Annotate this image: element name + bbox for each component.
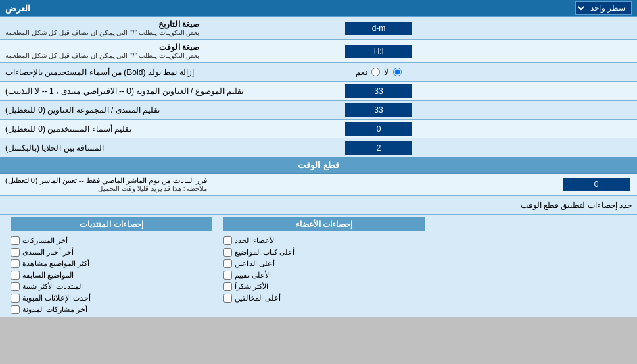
label-latest-classifieds: أحدث الإعلانات المبوبة <box>22 294 91 303</box>
checkbox-prev-topics[interactable] <box>11 271 20 280</box>
label-most-viewed: أكثر المواضيع مشاهدة <box>22 259 89 268</box>
label-prev-topics: المواضيع السابقة <box>22 271 74 280</box>
checkbox-item-1-3: الأعلى تقييم <box>223 271 425 280</box>
checkbox-item-0-0: أخر المشاركات <box>11 236 212 245</box>
forum-title-trim-input[interactable] <box>345 103 412 117</box>
checkbox-latest-news[interactable] <box>11 248 20 257</box>
username-trim-input[interactable] <box>345 122 412 136</box>
checkbox-top-violators[interactable] <box>223 294 232 303</box>
label-most-thanked: الأكثر شكراً <box>235 282 268 291</box>
cut-time-row: فرز البيانات من يوم الماشر الماضي فقط --… <box>0 174 637 196</box>
checkbox-new-members[interactable] <box>223 236 232 245</box>
bold-radio-yes[interactable] <box>371 68 380 76</box>
bold-radio-no[interactable] <box>393 68 402 76</box>
topic-title-trim-input[interactable] <box>345 84 412 98</box>
label-new-members: الأعضاء الجدد <box>235 236 276 245</box>
display-style-select[interactable]: سطر واحدسطرينثلاثة أسطر <box>575 1 632 15</box>
forum-title-trim-row: تقليم المنتدى / المجموعة العناوين (0 للت… <box>0 101 637 120</box>
date-format-row: صيغة التاريخ بعض التكوينات يتطلب "/" الت… <box>0 17 637 40</box>
checkbox-item-0-5: أحدث الإعلانات المبوبة <box>11 294 212 303</box>
time-format-label: صيغة الوقت بعض التكوينات يتطلب "/" التي … <box>0 40 338 62</box>
define-stats-label: حدد إحصاءات لتطبيق قطع الوقت <box>5 201 632 210</box>
cut-time-section-header: قطع الوقت <box>0 157 637 174</box>
label-top-violators: أعلى المخالفين <box>235 294 281 303</box>
bold-radio-group: لا نعم <box>353 66 404 78</box>
label-latest-news: أخر أخبار المنتدى <box>22 248 74 257</box>
member-stats-header: إحصاءات الأعضاء <box>223 217 425 231</box>
topic-title-trim-row: تقليم الموضوع / العناوين المدونة (0 -- ا… <box>0 82 637 101</box>
cut-time-input-cell <box>556 174 637 195</box>
time-format-row: صيغة الوقت بعض التكوينات يتطلب "/" التي … <box>0 40 637 63</box>
checkbox-item-0-2: أكثر المواضيع مشاهدة <box>11 259 212 268</box>
forum-title-trim-input-cell <box>338 101 419 119</box>
label-most-popular-forums: المنتديات الأكثر شيبة <box>22 282 83 291</box>
checkbox-most-popular-forums[interactable] <box>11 282 20 291</box>
checkbox-item-1-1: أعلى كتاب المواضيع <box>223 248 425 257</box>
username-trim-label: تقليم أسماء المستخدمين (0 للتعطيل) <box>0 120 338 138</box>
bold-remove-input-cell: لا نعم <box>338 63 419 81</box>
define-stats-spacer <box>430 217 632 314</box>
cell-spacing-row: المسافة بين الخلايا (بالبكسل) <box>0 138 637 157</box>
bold-radio-yes-label: نعم <box>356 68 367 77</box>
label-top-rated: الأعلى تقييم <box>235 271 271 280</box>
cut-time-label: فرز البيانات من يوم الماشر الماضي فقط --… <box>0 174 556 195</box>
checkbox-item-1-4: الأكثر شكراً <box>223 282 425 291</box>
bold-remove-row: إزالة نمط بولد (Bold) من أسماء المستخدمي… <box>0 63 637 82</box>
username-trim-input-cell <box>338 120 419 138</box>
checkbox-item-0-1: أخر أخبار المنتدى <box>11 248 212 257</box>
label-latest-blog-posts: أخر مشاركات المدونة <box>22 305 87 314</box>
time-format-input[interactable] <box>345 45 412 58</box>
main-container: العرض سطر واحدسطرينثلاثة أسطر صيغة التار… <box>0 0 637 317</box>
topic-title-trim-label: تقليم الموضوع / العناوين المدونة (0 -- ا… <box>0 82 338 100</box>
define-stats-row: حدد إحصاءات لتطبيق قطع الوقت <box>0 196 637 215</box>
checkbox-item-1-0: الأعضاء الجدد <box>223 236 425 245</box>
label-top-topic-writers: أعلى كتاب المواضيع <box>235 248 295 257</box>
date-format-input-cell <box>338 17 419 39</box>
checkbox-item-0-6: أخر مشاركات المدونة <box>11 305 212 314</box>
label-latest-posts: أخر المشاركات <box>22 236 68 245</box>
checkbox-item-0-4: المنتديات الأكثر شيبة <box>11 282 212 291</box>
cell-spacing-input[interactable] <box>345 141 412 155</box>
cell-spacing-label: المسافة بين الخلايا (بالبكسل) <box>0 138 338 157</box>
date-format-label: صيغة التاريخ بعض التكوينات يتطلب "/" الت… <box>0 17 338 39</box>
checkbox-top-rated[interactable] <box>223 271 232 280</box>
header-row: العرض سطر واحدسطرينثلاثة أسطر <box>0 0 637 17</box>
checkbox-item-1-2: أعلى الداعين <box>223 259 425 268</box>
checkbox-latest-blog-posts[interactable] <box>11 305 20 314</box>
date-format-input[interactable] <box>345 22 412 35</box>
bold-radio-no-label: لا <box>384 68 389 77</box>
bold-remove-label: إزالة نمط بولد (Bold) من أسماء المستخدمي… <box>0 63 338 81</box>
cut-time-input[interactable] <box>563 178 630 191</box>
time-format-input-cell <box>338 40 419 62</box>
forum-stats-header: إحصاءات المنتديات <box>11 217 212 231</box>
member-stats-col: إحصاءات الأعضاء الأعضاء الجدد أعلى كتاب … <box>218 217 430 314</box>
checkbox-top-inviters[interactable] <box>223 259 232 268</box>
forum-stats-col: إحصاءات المنتديات أخر المشاركات أخر أخبا… <box>5 217 218 314</box>
checkbox-latest-classifieds[interactable] <box>11 294 20 303</box>
forum-title-trim-label: تقليم المنتدى / المجموعة العناوين (0 للت… <box>0 101 338 119</box>
checkbox-item-1-5: أعلى المخالفين <box>223 294 425 303</box>
label-top-inviters: أعلى الداعين <box>235 259 275 268</box>
checkbox-top-topic-writers[interactable] <box>223 248 232 257</box>
checkbox-most-thanked[interactable] <box>223 282 232 291</box>
checkbox-latest-posts[interactable] <box>11 236 20 245</box>
username-trim-row: تقليم أسماء المستخدمين (0 للتعطيل) <box>0 120 637 138</box>
cell-spacing-input-cell <box>338 138 419 157</box>
checkbox-item-0-3: المواضيع السابقة <box>11 271 212 280</box>
checkbox-most-viewed[interactable] <box>11 259 20 268</box>
header-title: العرض <box>5 3 30 14</box>
checkbox-grid: إحصاءات المنتديات أخر المشاركات أخر أخبا… <box>0 215 637 317</box>
topic-title-trim-input-cell <box>338 82 419 100</box>
